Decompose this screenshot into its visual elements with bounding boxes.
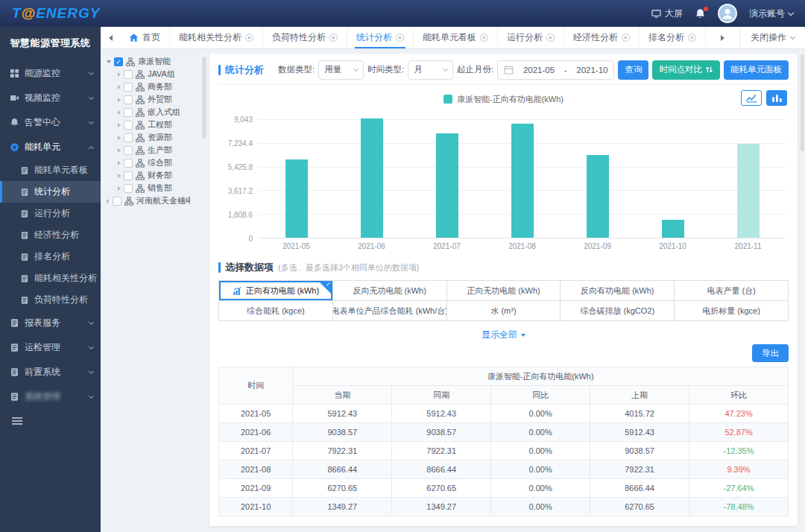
tab-item[interactable]: 能耗单元看板✕ (414, 27, 498, 48)
bar[interactable] (511, 124, 534, 238)
bar[interactable] (662, 220, 684, 238)
tree-caret-icon[interactable] (118, 148, 121, 153)
sidebar-subitem[interactable]: 能耗单元看板 (0, 159, 101, 181)
tree-checkbox[interactable] (124, 108, 133, 117)
sidebar-subitem[interactable]: 运行分析 (0, 203, 101, 224)
sidebar-item-alarm-center[interactable]: 告警中心 (0, 110, 101, 135)
tab-item[interactable]: 负荷特性分析✕ (263, 27, 347, 48)
tab-item[interactable]: 经济性分析✕ (564, 27, 640, 48)
data-item-cell[interactable]: ✓正向有功电能 (kWh) (219, 281, 333, 301)
tree-node[interactable]: 销售部 (107, 182, 201, 194)
tree-node[interactable]: JAVA组 (107, 68, 201, 80)
tree-caret-icon[interactable] (118, 72, 121, 77)
query-button[interactable]: 查询 (618, 60, 648, 80)
tree-checkbox[interactable] (124, 121, 133, 130)
tree-node[interactable]: 嵌入式组 (107, 106, 201, 118)
time-type-select[interactable]: 月 (408, 60, 453, 80)
sidebar-subitem[interactable]: 排名分析 (0, 246, 101, 267)
sidebar-item-report-service[interactable]: 报表服务 (0, 311, 101, 335)
tree-checkbox[interactable] (124, 83, 133, 92)
account-menu[interactable]: 演示账号 (749, 7, 793, 20)
bar[interactable] (285, 159, 308, 238)
data-type-select[interactable]: 用量 (318, 60, 364, 80)
big-screen-button[interactable]: 大屏 (651, 7, 683, 20)
tree-caret-icon[interactable] (107, 199, 110, 203)
sidebar-subitem[interactable]: 能耗相关性分析 (0, 267, 101, 289)
tab-close-icon[interactable]: ✕ (480, 34, 488, 42)
tree-checkbox[interactable] (124, 70, 133, 79)
data-item-cell[interactable]: 反向有功电能 (kWh) (561, 281, 675, 301)
data-item-cell[interactable]: 反向无功电能 (kWh) (333, 281, 447, 301)
bar[interactable] (587, 155, 609, 238)
month-range-picker[interactable]: 2021-05 - 2021-10 (497, 60, 614, 80)
data-item-cell[interactable]: 综合碳排放 (kgCO2) (561, 301, 675, 321)
tab-item[interactable]: 统计分析✕ (347, 27, 414, 48)
tree-caret-icon[interactable] (118, 186, 121, 191)
sidebar-item-frontend-system[interactable]: 前置系统 (0, 360, 101, 384)
tab-item[interactable]: 排名分析✕ (640, 27, 706, 48)
tree-node[interactable]: 生产部 (107, 144, 201, 156)
tree-node[interactable]: 外贸部 (107, 93, 201, 106)
tree-checkbox[interactable] (124, 133, 133, 142)
tree-caret-icon[interactable] (118, 161, 121, 165)
tab-close-icon[interactable]: ✕ (622, 34, 630, 42)
bar-chart-toggle[interactable] (766, 90, 787, 106)
tree-checkbox[interactable] (124, 95, 133, 104)
scrollbar-thumb[interactable] (801, 54, 804, 151)
bar[interactable] (361, 118, 383, 238)
data-item-cell[interactable]: 电折标量 (kgce) (675, 301, 789, 321)
notifications-button[interactable] (695, 8, 706, 19)
data-item-cell[interactable]: 综合能耗 (kgce) (219, 301, 333, 321)
tree-caret-icon[interactable] (118, 123, 121, 127)
tab-item[interactable]: 能耗相关性分析✕ (170, 27, 263, 48)
collapse-sidebar-icon[interactable] (11, 415, 23, 424)
sidebar-item-video-monitor[interactable]: 视频监控 (0, 86, 101, 110)
sidebar-subitem[interactable]: 负荷特性分析 (0, 289, 101, 311)
tree-caret-icon[interactable] (118, 136, 121, 140)
tree-checkbox[interactable] (124, 171, 133, 180)
sidebar-item-energy-unit[interactable]: 能耗单元 (0, 135, 101, 159)
close-operations-menu[interactable]: 关闭操作 (739, 27, 805, 48)
tree-node[interactable]: ✓康派智能 (107, 55, 201, 68)
export-button[interactable]: 导出 (752, 344, 789, 362)
tree-caret-icon[interactable] (118, 110, 121, 115)
data-item-cell[interactable]: 水 (m³) (447, 301, 561, 321)
tree-node[interactable]: 财务部 (107, 169, 201, 182)
unit-panel-button[interactable]: 能耗单元面板 (724, 60, 789, 80)
tree-checkbox[interactable] (124, 184, 133, 193)
show-all-link[interactable]: 显示全部 (218, 329, 789, 341)
tabs-scroll-left-icon[interactable] (101, 27, 120, 48)
sidebar-subitem[interactable]: 经济性分析 (0, 224, 101, 246)
tab-close-icon[interactable]: ✕ (329, 34, 338, 42)
tree-scrollbar[interactable] (201, 54, 207, 526)
tree-checkbox[interactable] (124, 159, 133, 168)
tree-node[interactable]: 河南航天金穗电子有 (107, 194, 201, 207)
tree-checkbox[interactable] (124, 146, 133, 155)
tab-close-icon[interactable]: ✕ (546, 34, 555, 42)
avatar[interactable] (718, 4, 737, 23)
tab-close-icon[interactable]: ✕ (245, 34, 253, 42)
tree-caret-icon[interactable] (118, 98, 121, 102)
tab-home[interactable]: 首页 (120, 27, 170, 48)
tree-node[interactable]: 工程部 (107, 118, 201, 131)
tree-checkbox[interactable]: ✓ (114, 57, 123, 66)
window-scrollbar[interactable] (800, 50, 805, 532)
tab-item[interactable]: 运行分析✕ (498, 27, 564, 48)
sidebar-subitem[interactable]: 统计分析 (0, 181, 101, 203)
tree-node[interactable]: 资源部 (107, 131, 201, 144)
data-item-cell[interactable]: 正向无功电能 (kWh) (447, 281, 561, 301)
bar[interactable] (737, 144, 760, 238)
sidebar-item-energy-monitor[interactable]: 能源监控 (0, 61, 101, 86)
data-item-cell[interactable]: 电表单位产品综合能耗 (kWh/台) (333, 301, 447, 321)
compare-button[interactable]: 时间点对比 (652, 60, 720, 80)
data-item-cell[interactable]: 电表产量 (台) (675, 281, 789, 301)
tree-node[interactable]: 综合部 (107, 156, 201, 169)
scrollbar-thumb[interactable] (202, 57, 206, 139)
tabs-scroll-right-icon[interactable] (713, 27, 733, 48)
tree-caret-icon[interactable] (107, 60, 111, 63)
line-chart-toggle[interactable] (741, 90, 762, 106)
sidebar-item-ops-management[interactable]: 运检管理 (0, 335, 101, 360)
bar[interactable] (436, 133, 458, 238)
sidebar-item-blurred-system[interactable]: 系统管理 (0, 384, 101, 409)
tab-close-icon[interactable]: ✕ (688, 34, 696, 42)
